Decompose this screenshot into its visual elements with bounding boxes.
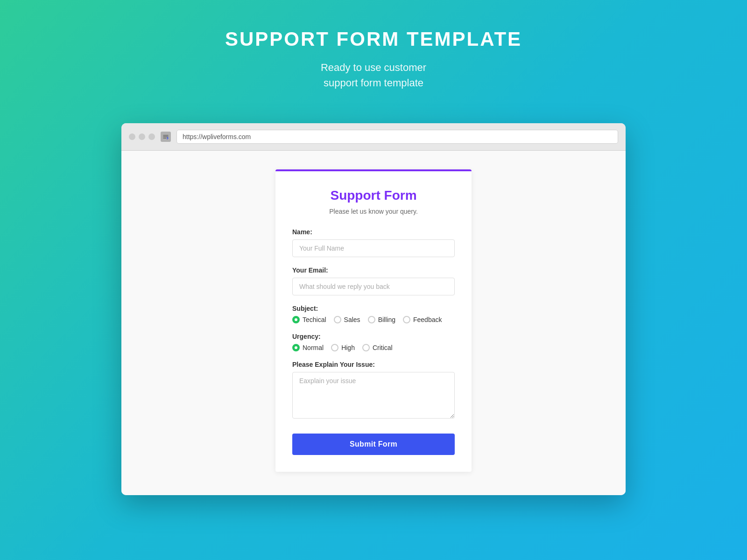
- form-inner: Support Form Please let us know your que…: [275, 171, 472, 472]
- subject-option-billing[interactable]: Billing: [368, 316, 395, 323]
- browser-window: https://wpliveforms.com Support Form Ple…: [121, 123, 626, 495]
- urgency-option-high[interactable]: High: [331, 344, 355, 351]
- subject-radio-billing: [368, 316, 375, 323]
- subject-label-technical: Techical: [303, 316, 326, 323]
- email-input[interactable]: [292, 278, 455, 295]
- browser-bar: https://wpliveforms.com: [121, 123, 626, 151]
- urgency-label-critical: Critical: [373, 344, 393, 351]
- email-field-group: Your Email:: [292, 266, 455, 295]
- subject-radio-group: Techical Sales Billing: [292, 316, 455, 323]
- form-wrapper: Support Form Please let us know your que…: [121, 151, 626, 495]
- subject-radio-sales: [334, 316, 341, 323]
- urgency-field-group: Urgency: Normal High: [292, 333, 455, 351]
- form-title: Support Form: [292, 188, 455, 203]
- page-title: SUPPORT FORM TEMPLATE: [225, 28, 522, 50]
- urgency-radio-normal: [292, 344, 300, 351]
- subject-label-sales: Sales: [344, 316, 360, 323]
- email-label: Your Email:: [292, 266, 455, 274]
- dot-1: [129, 133, 135, 140]
- browser-dots: [129, 133, 155, 140]
- urgency-option-normal[interactable]: Normal: [292, 344, 324, 351]
- issue-textarea[interactable]: [292, 372, 455, 419]
- urgency-radio-high: [331, 344, 338, 351]
- subject-label-billing: Billing: [378, 316, 395, 323]
- name-field-group: Name:: [292, 228, 455, 257]
- page-header: SUPPORT FORM TEMPLATE Ready to use custo…: [225, 28, 522, 91]
- subject-radio-technical: [292, 316, 300, 323]
- browser-nav-icon: [161, 132, 171, 142]
- urgency-option-critical[interactable]: Critical: [362, 344, 393, 351]
- name-input[interactable]: [292, 239, 455, 257]
- form-description: Please let us know your query.: [292, 208, 455, 215]
- browser-url-bar[interactable]: https://wpliveforms.com: [176, 130, 618, 144]
- urgency-label: Urgency:: [292, 333, 455, 340]
- submit-button[interactable]: Submit Form: [292, 434, 455, 455]
- urgency-label-high: High: [341, 344, 355, 351]
- subject-option-technical[interactable]: Techical: [292, 316, 326, 323]
- subject-label-feedback: Feedback: [413, 316, 442, 323]
- urgency-label-normal: Normal: [303, 344, 324, 351]
- subject-option-feedback[interactable]: Feedback: [403, 316, 442, 323]
- form-card: Support Form Please let us know your que…: [275, 169, 472, 472]
- urgency-radio-critical: [362, 344, 370, 351]
- subject-field-group: Subject: Techical Sales: [292, 305, 455, 323]
- subject-label: Subject:: [292, 305, 455, 312]
- subject-radio-feedback: [403, 316, 410, 323]
- dot-3: [148, 133, 155, 140]
- dot-2: [139, 133, 145, 140]
- name-label: Name:: [292, 228, 455, 236]
- issue-label: Please Explain Your Issue:: [292, 361, 455, 368]
- issue-field-group: Please Explain Your Issue:: [292, 361, 455, 420]
- subject-option-sales[interactable]: Sales: [334, 316, 360, 323]
- browser-content: Support Form Please let us know your que…: [121, 151, 626, 495]
- page-subtitle: Ready to use customer support form templ…: [225, 60, 522, 91]
- urgency-radio-group: Normal High Critical: [292, 344, 455, 351]
